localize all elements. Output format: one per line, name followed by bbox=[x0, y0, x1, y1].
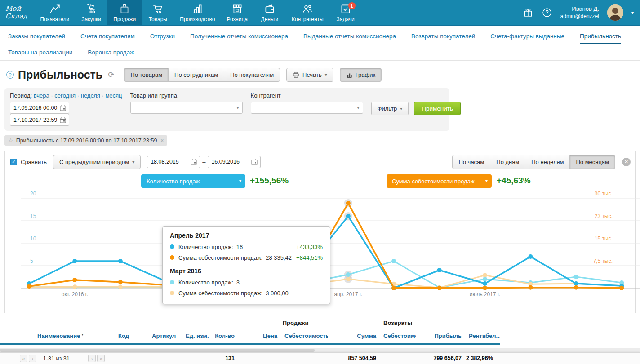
right-axis-tick: 23 тыс. bbox=[595, 213, 613, 219]
column-header-Сумма[interactable]: Сумма bbox=[328, 328, 380, 344]
nav-item-Задачи[interactable]: Задачи1 bbox=[329, 0, 362, 25]
subnav-item-Счета-фактуры выданные[interactable]: Счета-фактуры выданные bbox=[490, 28, 564, 44]
period-to-input[interactable]: 17.10.2017 23:59 bbox=[10, 114, 69, 126]
task-count-badge: 1 bbox=[348, 2, 356, 9]
compare-to-input[interactable]: 16.09.2016 bbox=[208, 156, 261, 168]
column-header-label: Себестоимость bbox=[284, 333, 328, 339]
saved-filter-chip[interactable]: Прибыльность с 17.09.2016 00:00 по 17.10… bbox=[4, 135, 167, 146]
chart-tooltip: Апрель 2017 Количество продаж:16+433,33%… bbox=[162, 226, 330, 304]
left-axis-tick: 5 bbox=[30, 258, 33, 264]
column-header-Наименование[interactable]: Наименование bbox=[34, 328, 115, 344]
horizontal-scrollbar[interactable] bbox=[0, 348, 640, 352]
subnav-item-Счета покупателям[interactable]: Счета покупателям bbox=[80, 28, 135, 44]
star-icon[interactable] bbox=[8, 137, 13, 144]
page-help-icon[interactable] bbox=[6, 71, 14, 79]
nav-item-Контрагенты[interactable]: Контрагенты bbox=[286, 0, 329, 25]
user-avatar[interactable] bbox=[607, 4, 623, 21]
counterparty-combo[interactable] bbox=[251, 102, 363, 114]
tooltip-series-row: Количество продаж:16+433,33% bbox=[170, 241, 323, 252]
view-tab-По сотрудникам[interactable]: По сотрудникам bbox=[168, 68, 224, 82]
column-header-Цена[interactable]: Цена bbox=[238, 328, 281, 344]
tooltip-series-row: Количество продаж:3 bbox=[170, 277, 323, 288]
filter-button-label: Фильтр bbox=[378, 105, 397, 112]
pagination-first-button[interactable] bbox=[20, 355, 27, 362]
column-header-label: Артикул bbox=[152, 333, 176, 339]
subnav-item-Прибыльность[interactable]: Прибыльность bbox=[580, 28, 621, 44]
pagination-last-button[interactable] bbox=[97, 355, 105, 362]
granularity-tab-По часам[interactable]: По часам bbox=[452, 155, 490, 169]
cost-series-dropdown[interactable]: Сумма себестоимости продаж bbox=[387, 174, 492, 188]
scrollbar-thumb[interactable] bbox=[0, 349, 315, 352]
qty-series-caret-icon bbox=[239, 178, 241, 183]
subnav-item-Возвраты покупателей[interactable]: Возвраты покупателей bbox=[411, 28, 475, 44]
logo-line1: Мой bbox=[5, 5, 27, 13]
qty-delta: +155,56% bbox=[250, 176, 289, 186]
column-header-Код[interactable]: Код bbox=[115, 328, 148, 344]
help-icon[interactable] bbox=[542, 7, 552, 18]
chip-close-icon[interactable] bbox=[160, 138, 164, 144]
column-header-Артикул[interactable]: Артикул bbox=[148, 328, 182, 344]
column-header-Кол-во[interactable]: Кол-во bbox=[211, 328, 238, 344]
nav-item-Закупки[interactable]: Закупки bbox=[75, 0, 107, 25]
calendar-icon[interactable] bbox=[60, 117, 66, 123]
qty-series-dropdown[interactable]: Количество продаж bbox=[141, 174, 245, 188]
period-quick-links: вчерасегоднянеделямесяц bbox=[34, 92, 122, 99]
calendar-icon[interactable] bbox=[251, 159, 258, 165]
granularity-tab-По месяцам[interactable]: По месяцам bbox=[569, 155, 615, 169]
period-label: Период: bbox=[10, 92, 32, 99]
nav-item-Деньги[interactable]: Деньги bbox=[253, 0, 286, 25]
subnav-item-Товары на реализации[interactable]: Товары на реализации bbox=[8, 44, 72, 60]
filter-button[interactable]: Фильтр bbox=[371, 102, 409, 115]
top-navigation: Мой Склад ПоказателиЗакупкиПродажиТовары… bbox=[0, 0, 640, 26]
series-point bbox=[483, 277, 487, 281]
user-menu-caret-icon[interactable] bbox=[631, 10, 634, 15]
column-header-Ед. изм.[interactable]: Ед. изм. bbox=[182, 328, 211, 344]
chart-toggle-button[interactable]: График bbox=[340, 68, 382, 82]
calendar-icon[interactable] bbox=[60, 105, 66, 111]
column-header-Себестоимость[interactable]: Себестоимость bbox=[281, 328, 328, 344]
nav-item-Продажи[interactable]: Продажи bbox=[107, 0, 142, 25]
column-header-Прибыль[interactable]: Прибыль bbox=[416, 328, 465, 344]
close-compare-icon[interactable] bbox=[622, 158, 631, 166]
compare-mode-caret-icon bbox=[132, 160, 134, 164]
user-block[interactable]: Иванов Д. admin@denzzel bbox=[560, 5, 599, 19]
period-link-месяц[interactable]: месяц bbox=[105, 92, 122, 99]
granularity-tab-По неделям[interactable]: По неделям bbox=[525, 155, 570, 169]
period-link-неделя[interactable]: неделя bbox=[81, 92, 106, 99]
nav-item-Розница[interactable]: Розница bbox=[221, 0, 253, 25]
pagination-next-button[interactable] bbox=[88, 355, 96, 362]
compare-checkbox[interactable] bbox=[10, 159, 17, 165]
granularity-tab-По дням[interactable]: По дням bbox=[490, 155, 525, 169]
period-link-вчера[interactable]: вчера bbox=[34, 92, 54, 99]
column-header-Себестоимость[interactable]: Себестоимость bbox=[380, 328, 416, 344]
profit-chart-plot[interactable]: Апрель 2017 Количество продаж:16+433,33%… bbox=[5, 191, 635, 311]
pagination-prev-button[interactable] bbox=[29, 355, 36, 362]
calendar-icon[interactable] bbox=[191, 159, 197, 165]
nav-item-Товары[interactable]: Товары bbox=[142, 0, 174, 25]
compare-mode-dropdown[interactable]: С предыдущим периодом bbox=[53, 155, 141, 169]
print-button[interactable]: Печать bbox=[286, 68, 333, 82]
series-point bbox=[437, 268, 442, 272]
nav-item-label: Задачи bbox=[336, 16, 354, 22]
nav-item-Показатели[interactable]: Показатели bbox=[35, 0, 76, 25]
subnav-item-Заказы покупателей[interactable]: Заказы покупателей bbox=[8, 28, 65, 44]
app-logo[interactable]: Мой Склад bbox=[0, 0, 35, 25]
series-point bbox=[118, 284, 123, 289]
period-from-input[interactable]: 17.09.2016 00:00 bbox=[10, 102, 69, 114]
subnav-item-Полученные отчеты комиссионера[interactable]: Полученные отчеты комиссионера bbox=[190, 28, 288, 44]
apply-button[interactable]: Применить bbox=[414, 102, 461, 115]
view-tab-По товарам[interactable]: По товарам bbox=[124, 68, 169, 82]
view-tab-По покупателям[interactable]: По покупателям bbox=[224, 68, 280, 82]
gift-icon[interactable] bbox=[523, 7, 533, 18]
user-name: Иванов Д. bbox=[560, 5, 599, 13]
refresh-icon[interactable] bbox=[108, 70, 114, 80]
column-header-Рентабел...[interactable]: Рентабел... bbox=[465, 328, 500, 344]
period-link-сегодня[interactable]: сегодня bbox=[54, 92, 81, 99]
subnav-item-Выданные отчеты комиссионера[interactable]: Выданные отчеты комиссионера bbox=[303, 28, 396, 44]
product-combo[interactable] bbox=[130, 102, 243, 114]
subnav-item-Отгрузки[interactable]: Отгрузки bbox=[150, 28, 175, 44]
subnav-item-Воронка продаж[interactable]: Воронка продаж bbox=[88, 44, 134, 60]
left-axis-tick: 20 bbox=[30, 191, 36, 197]
compare-from-input[interactable]: 18.08.2015 bbox=[147, 156, 200, 168]
nav-item-Производство[interactable]: Производство bbox=[174, 0, 221, 25]
